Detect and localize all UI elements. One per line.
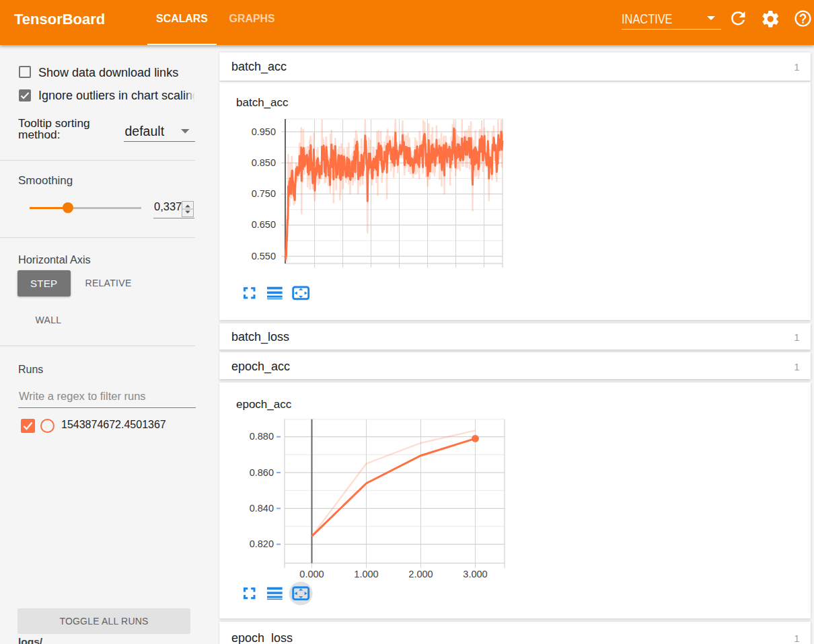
svg-text:0.950: 0.950: [252, 126, 276, 137]
svg-text:1.000: 1.000: [354, 569, 378, 579]
svg-text:0.880: 0.880: [250, 431, 274, 442]
svg-text:0.860: 0.860: [250, 467, 274, 478]
svg-text:0.850: 0.850: [252, 157, 276, 168]
svg-text:0.550: 0.550: [252, 251, 276, 261]
svg-text:3.000: 3.000: [463, 569, 487, 579]
svg-text:0.750: 0.750: [252, 188, 276, 199]
svg-text:2.000: 2.000: [408, 569, 433, 579]
svg-text:0.820: 0.820: [250, 538, 274, 549]
svg-text:0.650: 0.650: [252, 219, 276, 230]
svg-text:0.840: 0.840: [250, 503, 274, 514]
